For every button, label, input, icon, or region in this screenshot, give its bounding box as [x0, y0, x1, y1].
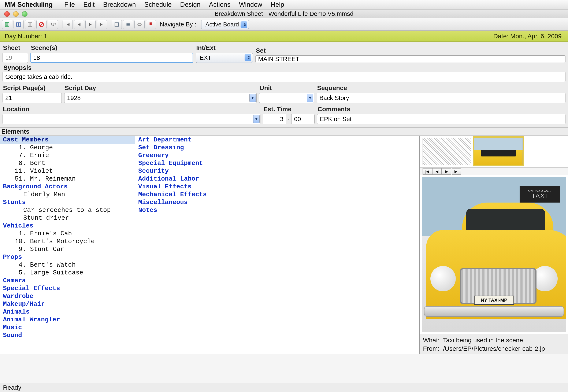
thumbnail-1[interactable]	[423, 138, 471, 165]
element-category[interactable]: Animals	[0, 308, 135, 316]
est-time-mins-field[interactable]	[291, 114, 315, 124]
unit-label: Unit	[260, 84, 314, 92]
element-category[interactable]: Animal Wrangler	[0, 316, 135, 324]
titlebar: Breakdown Sheet - Wonderful Life Demo V5…	[0, 10, 568, 18]
nav-prev-icon[interactable]	[74, 20, 84, 29]
element-item[interactable]: 9. Stunt Car	[0, 245, 135, 253]
element-category[interactable]: Miscellaneous	[135, 198, 245, 206]
element-category[interactable]: Props	[0, 253, 135, 261]
thumb-first-icon[interactable]: |◀	[423, 168, 432, 175]
flag-icon[interactable]	[146, 20, 156, 29]
element-category[interactable]: Stunts	[0, 198, 135, 206]
no-entry-icon[interactable]	[36, 20, 46, 29]
thumb-last-icon[interactable]: ▶|	[452, 168, 461, 175]
chevron-down-icon[interactable]: ▼	[249, 94, 256, 102]
menu-window[interactable]: Window	[239, 1, 262, 8]
menu-actions[interactable]: Actions	[209, 1, 231, 8]
element-category[interactable]: Notes	[135, 206, 245, 214]
svg-line-7	[40, 23, 43, 26]
element-item[interactable]: 11. Violet	[0, 167, 135, 175]
element-category[interactable]: Art Department	[135, 136, 245, 144]
element-category[interactable]: Set Dressing	[135, 144, 245, 152]
element-category[interactable]: Background Actors	[0, 183, 135, 191]
element-category[interactable]: Greenery	[135, 152, 245, 159]
navigate-by-select[interactable]: Active Board ▴▾	[201, 20, 249, 29]
detail-view-icon[interactable]	[112, 20, 122, 29]
status-bar: Ready	[0, 383, 568, 392]
menu-breakdown[interactable]: Breakdown	[103, 1, 136, 8]
element-category[interactable]: Security	[135, 167, 245, 175]
element-category[interactable]: Special Effects	[0, 285, 135, 293]
element-category[interactable]: Vehicles	[0, 222, 135, 230]
element-item[interactable]: 5. Large Suitcase	[0, 269, 135, 277]
element-category[interactable]: Camera	[0, 277, 135, 285]
window-zoom-button[interactable]	[22, 11, 28, 17]
element-category[interactable]: Mechanical Effects	[135, 191, 245, 198]
elements-col-3[interactable]	[245, 136, 355, 354]
unit-combo[interactable]: ▼	[259, 93, 314, 103]
element-item[interactable]: 7. Ernie	[0, 152, 135, 159]
sheet-field[interactable]	[2, 53, 28, 63]
list-view-icon[interactable]	[123, 20, 133, 29]
element-item[interactable]: 10. Bert's Motorcycle	[0, 238, 135, 245]
window-close-button[interactable]	[4, 11, 10, 17]
element-category[interactable]: Makeup/Hair	[0, 300, 135, 308]
element-item[interactable]: 1. Ernie's Cab	[0, 230, 135, 238]
element-item[interactable]: 1. George	[0, 144, 135, 152]
element-category[interactable]: Additional Labor	[135, 175, 245, 183]
element-category[interactable]: Wardrobe	[0, 293, 135, 300]
intext-label: Int/Ext	[196, 44, 253, 51]
element-item[interactable]: Stunt driver	[0, 214, 135, 222]
element-item[interactable]: 8. Bert	[0, 159, 135, 167]
sequence-field[interactable]	[317, 93, 566, 103]
nav-last-icon[interactable]	[97, 20, 107, 29]
elements-col-1[interactable]: Cast Members 1. George 7. Ernie 8. Bert1…	[0, 136, 135, 354]
taxi-roof-sign: ON RADIO CALL TAXI	[520, 186, 560, 203]
script-pages-field[interactable]	[2, 93, 62, 103]
elements-col-2[interactable]: Art DepartmentSet DressingGreenerySpecia…	[135, 136, 245, 354]
image-meta: What: Taxi being used in the scene From:…	[420, 334, 568, 354]
menu-help[interactable]: Help	[271, 1, 284, 8]
element-item[interactable]: Car screeches to a stop	[0, 206, 135, 214]
thumb-next-icon[interactable]: ▶	[442, 168, 451, 175]
synopsis-field[interactable]	[2, 72, 566, 82]
menu-edit[interactable]: Edit	[83, 1, 95, 8]
est-time-hours-field[interactable]	[263, 114, 286, 124]
scenes-field[interactable]	[30, 53, 193, 63]
chevron-down-icon[interactable]: ▼	[253, 115, 260, 123]
menu-design[interactable]: Design	[180, 1, 201, 8]
window-minimize-button[interactable]	[13, 11, 19, 17]
element-category[interactable]: Cast Members	[0, 136, 135, 144]
script-day-combo[interactable]: 1928 ▼	[64, 93, 257, 103]
element-category[interactable]: Special Equipment	[135, 159, 245, 167]
scenes-label: Scene(s)	[31, 44, 193, 51]
comments-field[interactable]	[317, 114, 566, 124]
link-icon[interactable]	[134, 20, 145, 29]
image-panel: |◀ ◀ ▶ ▶| ON RADIO CALL TAXI NY TAXI-MP …	[420, 136, 568, 354]
intext-select[interactable]: EXT ▴▾	[196, 53, 253, 63]
view-columns-icon[interactable]	[25, 20, 35, 29]
element-item[interactable]: Elderly Man	[0, 191, 135, 198]
view-sheet-icon[interactable]	[2, 20, 12, 29]
element-item[interactable]: 51. Mr. Reineman	[0, 175, 135, 183]
renumber-icon[interactable]: 123	[48, 20, 58, 29]
set-field[interactable]	[255, 56, 566, 63]
view-book-icon[interactable]	[14, 20, 24, 29]
window-title: Breakdown Sheet - Wonderful Life Demo V5…	[0, 10, 568, 17]
element-item[interactable]: 4. Bert's Watch	[0, 261, 135, 269]
chevron-down-icon[interactable]: ▼	[307, 94, 313, 102]
elements-col-rest[interactable]	[355, 136, 420, 354]
comments-label: Comments	[318, 106, 566, 113]
element-category[interactable]: Visual Effects	[135, 183, 245, 191]
element-category[interactable]: Sound	[0, 332, 135, 339]
thumbnail-2[interactable]	[474, 138, 523, 165]
menu-schedule[interactable]: Schedule	[144, 1, 172, 8]
thumbnail-strip	[420, 136, 568, 168]
intext-value: EXT	[200, 54, 211, 61]
thumb-prev-icon[interactable]: ◀	[432, 168, 442, 175]
location-combo[interactable]: ▼	[2, 114, 261, 124]
menu-file[interactable]: File	[64, 1, 75, 8]
nav-first-icon[interactable]	[63, 20, 73, 29]
nav-next-icon[interactable]	[85, 20, 96, 29]
element-category[interactable]: Music	[0, 324, 135, 332]
